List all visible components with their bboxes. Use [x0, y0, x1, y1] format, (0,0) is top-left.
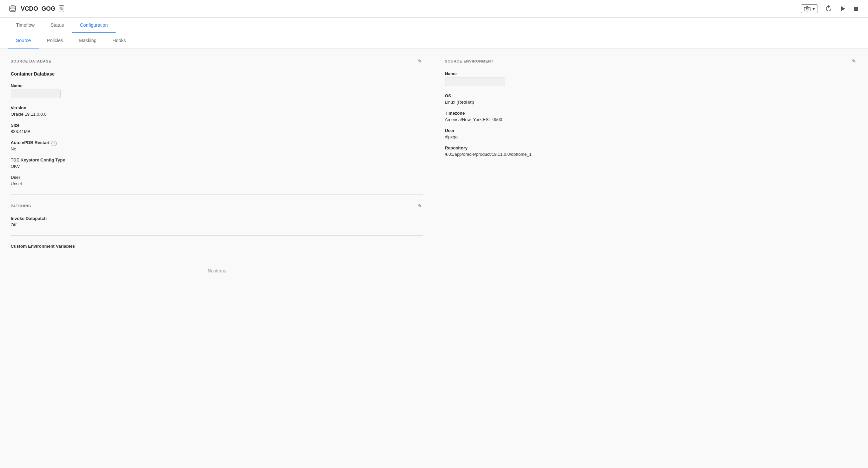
field-os: OS Linux (RedHat)	[445, 93, 858, 105]
field-tde-keystore-value: OKV	[11, 164, 423, 169]
svg-rect-1	[804, 7, 810, 11]
custom-env-vars-label: Custom Environment Variables	[11, 244, 423, 249]
field-os-label: OS	[445, 93, 858, 98]
field-user: User Unset	[11, 175, 423, 186]
field-size-label: Size	[11, 123, 423, 128]
tab-timeflow[interactable]: Timeflow	[8, 18, 43, 33]
svg-point-2	[806, 8, 808, 10]
tab-status[interactable]: Status	[43, 18, 72, 33]
field-auto-vpdb-label-row: Auto vPDB Restart ?	[11, 140, 423, 146]
field-env-user-value: dlpxqa	[445, 135, 858, 139]
field-version: Version Oracle 19.11.0.0.0	[11, 105, 423, 117]
right-panel: SOURCE ENVIRONMENT ✎ Name OS Linux (RedH…	[434, 49, 868, 468]
patching-header: PATCHING ✎	[11, 203, 423, 209]
container-database-label: Container Database	[11, 71, 423, 77]
database-icon	[8, 4, 18, 13]
subtab-masking[interactable]: Masking	[71, 33, 104, 49]
field-tde-keystore: TDE Keystore Config Type OKV	[11, 157, 423, 169]
source-environment-header: SOURCE ENVIRONMENT ✎	[445, 58, 858, 64]
subtab-policies[interactable]: Policies	[39, 33, 71, 49]
play-button[interactable]	[839, 5, 847, 13]
divider-2	[11, 235, 423, 236]
field-size-value: 833.41MB	[11, 129, 423, 134]
field-timezone-value: America/New_York,EST-0500	[445, 117, 858, 122]
field-invoke-datapatch: Invoke Datapatch Off	[11, 216, 423, 227]
field-auto-vpdb-value: No	[11, 146, 423, 151]
field-tde-keystore-label: TDE Keystore Config Type	[11, 157, 423, 163]
subtab-source[interactable]: Source	[8, 33, 39, 49]
source-environment-edit-button[interactable]: ✎	[850, 58, 857, 64]
custom-env-vars-section: Custom Environment Variables	[11, 244, 423, 249]
field-version-label: Version	[11, 105, 423, 110]
field-name: Name	[11, 83, 423, 99]
left-panel: SOURCE DATABASE ✎ Container Database Nam…	[0, 49, 434, 468]
field-env-name-input	[445, 78, 505, 86]
source-environment-title: SOURCE ENVIRONMENT	[445, 59, 494, 63]
header: VCDO_GOG ✎ ▾	[0, 0, 868, 18]
field-invoke-datapatch-value: Off	[11, 222, 423, 227]
source-database-title: SOURCE DATABASE	[11, 59, 52, 63]
subtab-hooks[interactable]: Hooks	[104, 33, 134, 49]
field-os-value: Linux (RedHat)	[445, 99, 858, 105]
field-timezone: Timezone America/New_York,EST-0500	[445, 111, 858, 122]
main-content: SOURCE DATABASE ✎ Container Database Nam…	[0, 49, 868, 468]
field-env-name: Name	[445, 71, 858, 87]
patching-edit-button[interactable]: ✎	[416, 203, 423, 209]
field-auto-vpdb-restart: Auto vPDB Restart ? No	[11, 140, 423, 151]
source-database-header: SOURCE DATABASE ✎	[11, 58, 423, 64]
svg-rect-4	[854, 7, 858, 11]
refresh-button[interactable]	[824, 4, 833, 13]
header-actions: ▾	[801, 4, 860, 13]
source-database-edit-button[interactable]: ✎	[416, 58, 423, 64]
field-user-value: Unset	[11, 181, 423, 186]
field-timezone-label: Timezone	[445, 111, 858, 116]
patching-title: PATCHING	[11, 204, 31, 208]
page-title: VCDO_GOG	[21, 5, 56, 12]
title-edit-button[interactable]: ✎	[59, 5, 64, 12]
tab-configuration[interactable]: Configuration	[72, 18, 116, 33]
field-env-user: User dlpxqa	[445, 128, 858, 139]
field-auto-vpdb-label: Auto vPDB Restart	[11, 140, 50, 145]
field-env-name-label: Name	[445, 71, 858, 76]
top-tabs: Timeflow Status Configuration	[0, 18, 868, 33]
chevron-down-icon: ▾	[812, 6, 815, 11]
field-version-value: Oracle 19.11.0.0.0	[11, 112, 423, 117]
field-name-label: Name	[11, 83, 423, 88]
sub-tabs: Source Policies Masking Hooks	[0, 33, 868, 49]
field-size: Size 833.41MB	[11, 123, 423, 134]
field-invoke-datapatch-label: Invoke Datapatch	[11, 216, 423, 221]
help-icon[interactable]: ?	[52, 141, 57, 146]
snapshot-button[interactable]: ▾	[801, 4, 818, 13]
field-name-input	[11, 90, 61, 98]
no-items-text: No items	[11, 255, 423, 287]
divider-1	[11, 194, 423, 195]
field-repository-label: Repository	[445, 145, 858, 150]
stop-button[interactable]	[852, 5, 860, 12]
field-repository-value: /u01/app/oracle/product/19.11.0.0/dbhome…	[445, 152, 858, 157]
field-env-user-label: User	[445, 128, 858, 133]
field-user-label: User	[11, 175, 423, 180]
header-left: VCDO_GOG ✎	[8, 4, 64, 13]
field-repository: Repository /u01/app/oracle/product/19.11…	[445, 145, 858, 157]
svg-marker-3	[841, 6, 845, 11]
